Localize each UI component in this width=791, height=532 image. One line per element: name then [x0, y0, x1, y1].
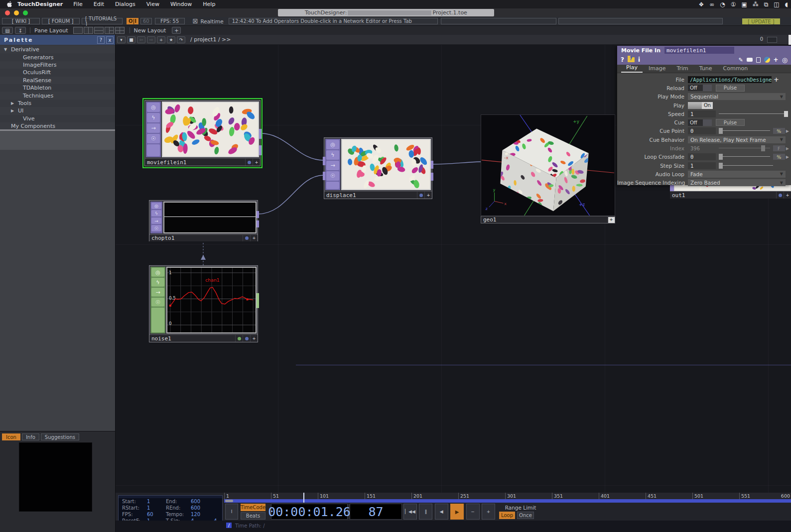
node-add-icon[interactable]: +	[784, 192, 791, 199]
creative-cloud-icon[interactable]: ∞	[709, 1, 714, 8]
time-path-icon[interactable]: /	[226, 523, 232, 528]
node-viewer-dot[interactable]	[235, 335, 243, 342]
expert-mode-icon[interactable]: ◎	[782, 56, 788, 64]
wacom-icon[interactable]: ⁂	[753, 1, 759, 8]
seq-indexing-dropdown[interactable]: Zero Based▼	[688, 179, 786, 186]
play-reverse-button[interactable]: ◀	[435, 504, 448, 520]
realtime-checkbox[interactable]: ☒	[193, 18, 198, 25]
node-comment-dot[interactable]	[417, 192, 424, 199]
palette-item-ui[interactable]: ▶UI	[0, 107, 115, 114]
palette-item-oculusrift[interactable]: OculusRift	[0, 69, 115, 76]
breadcrumb[interactable]: / project1 / >>	[190, 36, 231, 43]
node-comment-dot[interactable]	[243, 335, 250, 342]
lock-flag-icon[interactable]: ☉	[151, 298, 164, 307]
output-input-toggle[interactable]: O|I	[127, 18, 138, 24]
tab-play[interactable]: Play	[621, 64, 643, 73]
comment-edit-icon[interactable]: ✎	[738, 57, 743, 63]
cue-pulse-button[interactable]: Pulse	[716, 119, 745, 126]
palette-close-button[interactable]: x	[106, 36, 114, 44]
node-viewer[interactable]	[163, 202, 257, 233]
reload-pulse-button[interactable]: Pulse	[716, 85, 745, 92]
export-flag-icon[interactable]: →	[326, 161, 339, 170]
palette-item-my-components[interactable]: My Components	[0, 122, 115, 130]
bypass-flag-icon[interactable]: ϟ	[326, 150, 339, 160]
add-parameter-icon[interactable]: +	[774, 56, 779, 63]
node-noise1[interactable]: ◎ ϟ → ☉ 1 0.5 0 chan1	[149, 265, 258, 342]
docs-icon[interactable]: ▣	[741, 1, 747, 8]
play-forward-button[interactable]: ▶	[450, 504, 464, 520]
lock-flag-icon[interactable]: ☉	[151, 225, 161, 231]
bypass-flag-icon[interactable]: ϟ	[147, 113, 160, 122]
bypass-flag-icon[interactable]: ϟ	[151, 278, 164, 287]
cue-point-field[interactable]: 0	[688, 127, 716, 134]
input-connector[interactable]	[323, 157, 325, 165]
target-rate-field[interactable]: 60	[140, 18, 152, 24]
export-flag-icon[interactable]: →	[151, 217, 161, 224]
viewer-flag-icon[interactable]: ◎	[151, 268, 164, 277]
lock-flag-icon[interactable]: ☉	[326, 171, 339, 181]
layout-three-pane-button[interactable]	[105, 27, 114, 34]
step-size-slider[interactable]	[719, 162, 773, 169]
node-add-icon[interactable]: +	[250, 235, 258, 241]
info-icon[interactable]: ①	[731, 1, 736, 8]
loop-crossfade-slider[interactable]	[719, 153, 770, 160]
tab-image[interactable]: Image	[644, 65, 670, 73]
timeline-range-bar[interactable]	[224, 499, 791, 503]
chevron-right-icon[interactable]: ▶	[11, 101, 18, 106]
export-flag-icon[interactable]: →	[147, 123, 160, 133]
independent-time-button[interactable]: I	[225, 504, 238, 520]
node-comment-dot[interactable]	[776, 192, 784, 199]
loop-crossfade-field[interactable]: 0	[688, 153, 716, 160]
menu-help[interactable]: Help	[203, 1, 215, 7]
back-arrow-icon[interactable]: ⇦	[137, 36, 145, 43]
viewer-flag-icon[interactable]: ◎	[326, 140, 339, 149]
node-add-icon[interactable]: +	[424, 192, 432, 199]
tab-suggestions[interactable]: Suggestions	[41, 433, 79, 440]
input-connector[interactable]	[323, 172, 325, 180]
decrement-button[interactable]: −	[466, 504, 480, 520]
layout-split-horizontal-button[interactable]	[94, 27, 104, 34]
layout-split-vertical-button[interactable]	[84, 27, 93, 34]
speed-field[interactable]: 1	[688, 110, 716, 117]
apple-menu-icon[interactable]	[7, 1, 12, 7]
node-add-icon[interactable]: +	[250, 335, 258, 342]
playhead[interactable]	[303, 493, 304, 503]
menu-file[interactable]: File	[73, 1, 82, 7]
palette-help-button[interactable]: ?	[97, 36, 105, 44]
node-viewer[interactable]	[341, 139, 431, 190]
cue-point-unit[interactable]: %	[773, 128, 785, 134]
menu-app-name[interactable]: TouchDesigner	[17, 1, 63, 7]
node-comment-dot[interactable]	[245, 159, 253, 166]
add-bookmark-icon[interactable]: +	[157, 36, 165, 43]
tab-tune[interactable]: Tune	[694, 65, 717, 73]
viewer-flag-icon[interactable]: ◎	[151, 203, 161, 209]
output-connector[interactable]	[259, 129, 262, 139]
tab-trim[interactable]: Trim	[671, 65, 693, 73]
chevron-right-icon[interactable]: ▶	[11, 108, 18, 113]
unit-menu-icon[interactable]: ▶	[786, 129, 789, 133]
tutorials-button[interactable]: [ TUTORIALS ]	[82, 18, 123, 24]
comment-icon[interactable]	[747, 58, 753, 62]
output-connector[interactable]	[257, 211, 259, 218]
output-connector[interactable]	[431, 161, 433, 169]
stop-icon[interactable]: ■	[127, 36, 135, 43]
output-connector[interactable]	[257, 220, 259, 227]
palette-item-vive[interactable]: Vive	[0, 115, 115, 122]
audio-loop-dropdown[interactable]: Fade▼	[688, 171, 786, 178]
step-size-field[interactable]: 1	[688, 162, 716, 169]
pause-button[interactable]: ‖	[419, 504, 432, 520]
play-mode-dropdown[interactable]: Sequential▼	[688, 93, 786, 100]
star-icon[interactable]: ★	[167, 36, 175, 43]
menu-dialogs[interactable]: Dialogs	[115, 1, 135, 7]
palette-item-tools[interactable]: ▶Tools	[0, 100, 115, 107]
chevron-down-icon[interactable]: ▼	[4, 47, 11, 52]
lock-flag-icon[interactable]: ☉	[147, 134, 160, 143]
viewer-flag-icon[interactable]: ◎	[147, 103, 160, 112]
menu-window[interactable]: Window	[170, 1, 192, 7]
node-add-icon[interactable]: +	[253, 159, 260, 166]
cue-toggle[interactable]: Off	[688, 119, 712, 126]
operator-name-field[interactable]: moviefilein1	[664, 47, 734, 54]
language-icon[interactable]: ?	[628, 57, 635, 62]
output-connector[interactable]	[257, 293, 259, 308]
redo-icon[interactable]: ↷	[177, 36, 185, 43]
